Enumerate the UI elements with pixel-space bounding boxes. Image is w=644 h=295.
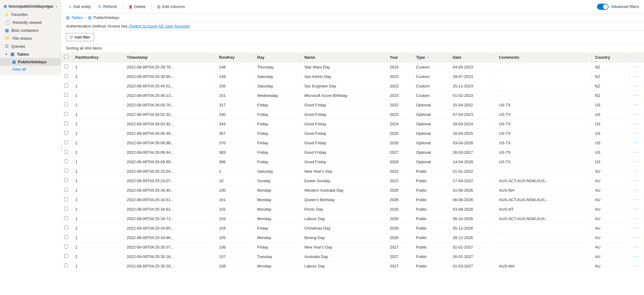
cell-actions[interactable]: ··· — [629, 242, 644, 252]
advanced-filters-toggle[interactable] — [597, 4, 609, 10]
row-checkbox[interactable] — [64, 131, 68, 135]
row-checkbox-cell[interactable] — [61, 242, 72, 252]
auth-switch-link[interactable]: (Switch to Azure AD User Account) — [129, 24, 190, 28]
row-checkbox-cell[interactable] — [61, 100, 72, 110]
add-filter-button[interactable]: ▽ Add filter — [66, 33, 94, 41]
row-checkbox-cell[interactable] — [61, 167, 72, 176]
row-more-button[interactable]: ··· — [632, 235, 641, 240]
row-checkbox-cell[interactable] — [61, 91, 72, 100]
delete-button[interactable]: 🗑 Delete — [126, 3, 149, 11]
col-header-partition-key[interactable]: PartitionKey — [72, 52, 124, 62]
row-more-button[interactable]: ··· — [632, 140, 641, 146]
row-more-button[interactable]: ··· — [632, 112, 641, 117]
cell-actions[interactable]: ··· — [629, 119, 644, 129]
col-header-day[interactable]: Day — [254, 52, 301, 62]
col-header-type[interactable]: Type ↑ — [413, 52, 449, 62]
select-all-header[interactable] — [61, 52, 72, 62]
cell-actions[interactable]: ··· — [629, 261, 644, 271]
row-checkbox-cell[interactable] — [61, 223, 72, 233]
row-checkbox[interactable] — [64, 235, 68, 239]
cell-actions[interactable]: ··· — [629, 148, 644, 157]
row-checkbox[interactable] — [64, 74, 68, 78]
row-checkbox-cell[interactable] — [61, 157, 72, 167]
row-checkbox[interactable] — [64, 150, 68, 154]
sidebar-item-recently-viewed[interactable]: 🕐 Recently viewed — [0, 18, 61, 26]
add-entity-button[interactable]: + Add entity — [66, 3, 94, 11]
cell-actions[interactable]: ··· — [629, 214, 644, 223]
row-checkbox[interactable] — [64, 159, 68, 163]
row-checkbox[interactable] — [64, 207, 68, 211]
cell-actions[interactable]: ··· — [629, 252, 644, 261]
edit-columns-button[interactable]: ⊞ Edit columns — [154, 3, 188, 11]
row-more-button[interactable]: ··· — [632, 254, 641, 259]
row-more-button[interactable]: ··· — [632, 64, 641, 70]
row-checkbox-cell[interactable] — [61, 119, 72, 129]
row-checkbox-cell[interactable] — [61, 214, 72, 223]
row-more-button[interactable]: ··· — [632, 83, 641, 89]
breadcrumb-tables-link[interactable]: Tables — [71, 15, 83, 20]
cell-actions[interactable]: ··· — [629, 72, 644, 81]
sidebar-account[interactable]: ⊞ funcnzpublicholidaystgac ‹ — [0, 2, 61, 10]
row-checkbox[interactable] — [64, 169, 68, 173]
col-header-year[interactable]: Year — [387, 52, 413, 62]
row-more-button[interactable]: ··· — [632, 225, 641, 231]
select-all-checkbox[interactable] — [64, 55, 68, 59]
col-header-name[interactable]: Name — [301, 52, 387, 62]
cell-actions[interactable]: ··· — [629, 195, 644, 205]
row-checkbox[interactable] — [64, 197, 68, 201]
row-more-button[interactable]: ··· — [632, 197, 641, 202]
row-checkbox[interactable] — [64, 121, 68, 125]
sidebar-item-public-holidays[interactable]: ▤ PublicHolidays — [0, 58, 61, 66]
row-checkbox[interactable] — [64, 264, 68, 267]
row-checkbox-cell[interactable] — [61, 62, 72, 72]
row-checkbox-cell[interactable] — [61, 176, 72, 186]
cell-actions[interactable]: ··· — [629, 186, 644, 195]
row-checkbox[interactable] — [64, 245, 68, 249]
sidebar-view-all[interactable]: View all — [0, 66, 61, 73]
col-header-row-key[interactable]: RowKey — [216, 52, 254, 62]
row-more-button[interactable]: ··· — [632, 244, 641, 250]
col-header-date[interactable]: Date — [449, 52, 496, 62]
row-more-button[interactable]: ··· — [632, 149, 641, 155]
cell-actions[interactable]: ··· — [629, 233, 644, 242]
row-more-button[interactable]: ··· — [632, 102, 641, 108]
row-checkbox[interactable] — [64, 93, 68, 97]
row-more-button[interactable]: ··· — [632, 131, 641, 136]
cell-actions[interactable]: ··· — [629, 176, 644, 186]
cell-actions[interactable]: ··· — [629, 205, 644, 214]
cell-actions[interactable]: ··· — [629, 110, 644, 119]
cell-actions[interactable]: ··· — [629, 100, 644, 110]
cell-actions[interactable]: ··· — [629, 129, 644, 138]
sidebar-item-file-shares[interactable]: 📁 File shares — [0, 34, 61, 42]
cell-actions[interactable]: ··· — [629, 81, 644, 91]
sidebar-item-blob-containers[interactable]: ▦ Blob containers — [0, 26, 61, 34]
row-checkbox-cell[interactable] — [61, 129, 72, 138]
row-more-button[interactable]: ··· — [632, 121, 641, 127]
col-header-comments[interactable]: Comments — [496, 52, 592, 62]
row-checkbox-cell[interactable] — [61, 81, 72, 91]
row-checkbox[interactable] — [64, 65, 68, 68]
row-checkbox-cell[interactable] — [61, 252, 72, 261]
row-checkbox[interactable] — [64, 102, 68, 106]
row-more-button[interactable]: ··· — [632, 93, 641, 98]
sidebar-item-queues[interactable]: ☰ Queues — [0, 42, 61, 50]
row-checkbox[interactable] — [64, 226, 68, 230]
cell-actions[interactable]: ··· — [629, 157, 644, 167]
row-more-button[interactable]: ··· — [632, 187, 641, 193]
col-header-timestamp[interactable]: Timestamp — [124, 52, 216, 62]
row-checkbox[interactable] — [64, 83, 68, 87]
sidebar-item-tables[interactable]: ▼ ▤ Tables — [0, 50, 61, 58]
row-more-button[interactable]: ··· — [632, 206, 641, 212]
row-more-button[interactable]: ··· — [632, 216, 641, 221]
cell-actions[interactable]: ··· — [629, 138, 644, 148]
row-checkbox-cell[interactable] — [61, 186, 72, 195]
row-checkbox-cell[interactable] — [61, 233, 72, 242]
row-checkbox[interactable] — [64, 188, 68, 192]
cell-actions[interactable]: ··· — [629, 62, 644, 72]
row-checkbox[interactable] — [64, 112, 68, 116]
row-checkbox[interactable] — [64, 140, 68, 144]
row-checkbox-cell[interactable] — [61, 261, 72, 271]
row-more-button[interactable]: ··· — [632, 74, 641, 79]
row-checkbox[interactable] — [64, 254, 68, 258]
cell-actions[interactable]: ··· — [629, 91, 644, 100]
